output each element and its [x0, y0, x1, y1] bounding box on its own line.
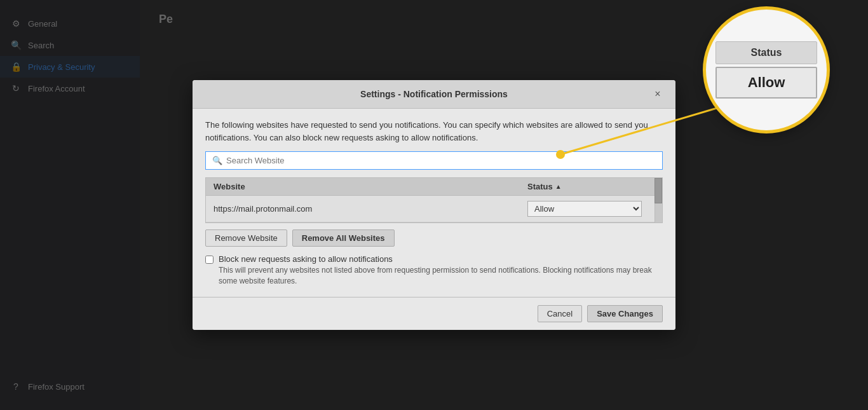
dialog-actions: Cancel Save Changes [193, 297, 675, 330]
save-changes-button[interactable]: Save Changes [587, 305, 663, 322]
table-header-status: Status ▲ [527, 182, 654, 191]
table-header: Website Status ▲ [206, 178, 662, 196]
website-cell: https://mail.protonmail.com [214, 204, 527, 214]
block-notifications-desc: This will prevent any websites not liste… [219, 265, 663, 287]
table-row[interactable]: https://mail.protonmail.com Allow Block [206, 196, 662, 222]
modal-overlay: Settings - Notification Permissions × Th… [0, 0, 868, 410]
block-notifications-checkbox[interactable] [205, 256, 214, 264]
search-box: 🔍 [205, 151, 663, 170]
table-action-buttons: Remove Website Remove All Websites [205, 229, 663, 247]
status-cell: Allow Block [527, 201, 654, 217]
search-website-input[interactable] [226, 156, 656, 165]
status-select[interactable]: Allow Block [527, 201, 642, 217]
table-header-website: Website [214, 182, 527, 191]
scrollbar-thumb[interactable] [654, 178, 662, 203]
dialog-close-button[interactable]: × [650, 86, 665, 102]
dialog-header: Settings - Notification Permissions × [193, 80, 675, 109]
block-notifications-row: Block new requests asking to allow notif… [205, 254, 663, 287]
block-notifications-text: Block new requests asking to allow notif… [219, 254, 663, 287]
dialog-body: The following websites have requested to… [193, 109, 675, 297]
block-notifications-label: Block new requests asking to allow notif… [219, 254, 663, 264]
scrollbar-track[interactable] [654, 178, 662, 222]
search-icon: 🔍 [212, 156, 222, 165]
notification-permissions-dialog: Settings - Notification Permissions × Th… [193, 80, 675, 330]
table-body: https://mail.protonmail.com Allow Block [206, 196, 662, 222]
dialog-title: Settings - Notification Permissions [218, 89, 650, 99]
websites-table: Website Status ▲ https://mail.protonmail… [205, 177, 663, 223]
cancel-button[interactable]: Cancel [538, 305, 582, 322]
dialog-description: The following websites have requested to… [205, 119, 663, 144]
remove-website-button[interactable]: Remove Website [205, 229, 287, 247]
remove-all-websites-button[interactable]: Remove All Websites [292, 229, 395, 247]
